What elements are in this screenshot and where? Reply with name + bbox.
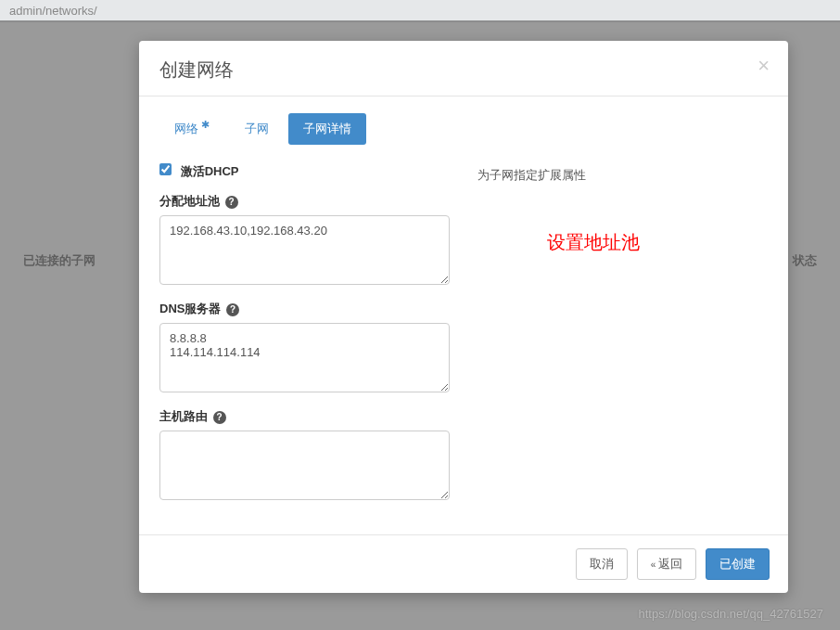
form-right-column: 为子网指定扩展属性 [477, 160, 768, 516]
allocation-pool-label-row: 分配地址池 ? [159, 193, 450, 210]
watermark: https://blog.csdn.net/qq_42761527 [639, 607, 824, 621]
create-network-modal: 创建网络 × 网络 ✱ 子网 子网详情 激活DHCP [139, 41, 788, 593]
modal-header: 创建网络 × [139, 41, 788, 96]
breadcrumb-bar: admin/networks/ [0, 0, 840, 22]
dhcp-checkbox-row: 激活DHCP [159, 160, 450, 180]
dhcp-label-wrapper[interactable]: 激活DHCP [159, 164, 238, 178]
help-icon[interactable]: ? [213, 411, 226, 424]
tab-subnet-detail[interactable]: 子网详情 [288, 113, 366, 145]
allocation-pool-label: 分配地址池 [159, 194, 220, 208]
back-button-label: 返回 [658, 557, 682, 571]
tab-subnet[interactable]: 子网 [230, 113, 284, 145]
tab-list: 网络 ✱ 子网 子网详情 [159, 111, 768, 145]
modal-title: 创建网络 [159, 58, 768, 83]
host-routes-label-row: 主机路由 ? [159, 408, 450, 425]
help-description: 为子网指定扩展属性 [477, 167, 768, 184]
allocation-pool-input[interactable] [159, 215, 450, 285]
modal-footer: 取消 «返回 已创建 [139, 534, 788, 593]
allocation-pool-group: 分配地址池 ? [159, 193, 450, 288]
back-button[interactable]: «返回 [637, 548, 697, 580]
dns-servers-input[interactable] [159, 323, 450, 392]
cancel-button[interactable]: 取消 [576, 548, 628, 580]
form-left-column: 激活DHCP 分配地址池 ? DNS服务器 ? [159, 160, 450, 516]
required-icon: ✱ [198, 119, 210, 130]
modal-body: 网络 ✱ 子网 子网详情 激活DHCP 分配地址池 [139, 96, 788, 534]
help-icon[interactable]: ? [226, 303, 239, 316]
close-icon[interactable]: × [757, 56, 770, 76]
help-icon[interactable]: ? [225, 196, 238, 209]
dns-label: DNS服务器 [159, 302, 221, 315]
host-routes-input[interactable] [159, 431, 450, 500]
arrow-left-icon: « [651, 559, 656, 570]
dns-servers-group: DNS服务器 ? [159, 301, 450, 395]
host-routes-label: 主机路由 [159, 409, 208, 423]
host-routes-group: 主机路由 ? [159, 408, 450, 503]
dns-label-row: DNS服务器 ? [159, 301, 450, 317]
tab-network[interactable]: 网络 ✱ [159, 111, 224, 145]
annotation-text: 设置地址池 [547, 230, 640, 255]
tab-network-label: 网络 [174, 122, 198, 135]
breadcrumb-text: admin/networks/ [9, 4, 97, 18]
dhcp-label: 激活DHCP [181, 164, 239, 178]
submit-button[interactable]: 已创建 [706, 548, 770, 580]
dhcp-checkbox[interactable] [159, 163, 172, 175]
